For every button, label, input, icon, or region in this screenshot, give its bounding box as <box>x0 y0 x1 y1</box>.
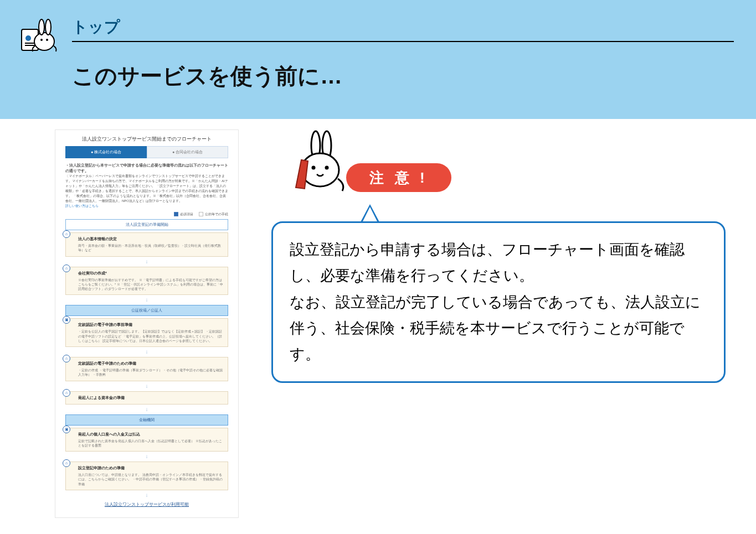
section-start: 法人設立登記の準備開始 <box>65 219 228 230</box>
step-7: ⌂ 設立登記申請のための準備 法人口座については、申請後となります。 法務局申請… <box>65 462 228 490</box>
svg-point-8 <box>46 39 48 41</box>
step-2-title: 会社実印の作成* <box>78 271 224 276</box>
step-5-title: 発起人による資本金の準備 <box>78 395 224 401</box>
step-2-body: ※会社実印の事前準備がおすすめです。 ※「電子証明書」による手続も可能ですがご希… <box>78 278 224 292</box>
page-title: このサービスを使う前に… <box>72 61 342 91</box>
svg-point-12 <box>312 166 316 170</box>
svg-point-6 <box>45 19 51 35</box>
arrow-icon: ↓ <box>55 407 238 412</box>
flowchart-final: 法人設立ワンストップサービスが利用可能 <box>65 501 228 507</box>
svg-point-7 <box>40 39 43 41</box>
flowchart-screenshot: 法人設立ワンストップサービス開始までのフローチャート ● 株式会社の場合 ● 合… <box>55 130 238 517</box>
arrow-icon: ↓ <box>55 492 238 498</box>
step-4: ⌂ 定款認証の電子申請のための準備 ・定款の作成 ・電子証明書の準備（事前ダウン… <box>65 357 228 381</box>
rabbit-mascot-top-icon <box>19 14 64 58</box>
rabbit-mascot-pointing-icon <box>282 130 349 196</box>
home-icon: ⌂ <box>63 230 70 238</box>
home-icon: ⌂ <box>63 355 70 362</box>
step-6-body: 定款で記載された資本金を発起人個人の口座へ入金（払込証明書として必要） ※払込が… <box>78 439 224 448</box>
step-2: ⌂ 会社実印の作成* ※会社実印の事前準備がおすすめです。 ※「電子証明書」によ… <box>65 267 228 295</box>
step-3: ▣ 定款認証の電子申請の事前準備 ・定款を公証人の電子認証で認証します。【定款認… <box>65 318 228 347</box>
step-3-title: 定款認証の電子申請の事前準備 <box>78 322 224 328</box>
svg-rect-3 <box>25 45 35 46</box>
speech-bubble: 設立登記から申請する場合は、フローチャート画面を確認し、必要な準備を行ってくださ… <box>271 221 726 383</box>
step-1: ⌂ 法人の基本情報の決定 商号・資本金の額・事業目的・本店所在地・役員（取締役／… <box>65 232 228 257</box>
top-rule <box>72 41 734 42</box>
legend-public: 公的等での手続 <box>199 212 228 217</box>
flowchart-intro-link: 詳しい使い方はこちら <box>65 204 99 208</box>
top-label-wrap: トップ <box>72 17 734 42</box>
arrow-icon: ↓ <box>55 259 238 265</box>
building-icon: ▣ <box>63 316 70 324</box>
arrow-icon: ↓ <box>55 349 238 355</box>
svg-point-1 <box>25 35 31 41</box>
arrow-icon: ↓ <box>55 297 238 303</box>
top-label: トップ <box>72 17 734 38</box>
flowchart-legend: 必須項目 公的等での手続 <box>65 212 228 217</box>
flowchart-title: 法人設立ワンストップサービス開始までのフローチャート <box>55 130 238 146</box>
step-4-body: ・定款の作成 ・電子証明書の準備（事前ダウンロード） ・その他（電子申請その他に… <box>78 368 224 377</box>
legend-required: 必須項目 <box>174 212 193 217</box>
home-icon: ⌂ <box>63 389 70 397</box>
step-3-body: ・定款を公証人の電子認証で認証します。【定款認証】ではなく【定款作成＋認証】 ・… <box>78 329 224 343</box>
step-7-body: 法人口座については、申請後となります。 法務局申請・オンライン／本手続きを郵送で… <box>78 473 224 486</box>
section-bank: 金融機関 <box>65 414 228 426</box>
svg-rect-2 <box>25 43 35 44</box>
step-4-title: 定款認証の電子申請のための準備 <box>78 361 224 366</box>
flowchart-intro-bold: ・法人設立登記から本サービスで申請する場合に必要な準備等の流れは以下のフローチャ… <box>65 163 228 173</box>
flowchart-intro-body: 〔マイナポータル〕ペーパーレスで提出書類をオンラインでワンストップサービスで申請… <box>65 174 228 203</box>
svg-point-4 <box>34 33 54 50</box>
speech-text: 設立登記から申請する場合は、フローチャート画面を確認し、必要な準備を行ってくださ… <box>290 241 701 362</box>
arrow-icon: ↓ <box>55 454 238 459</box>
flowchart-intro: ・法人設立登記から本サービスで申請する場合に必要な準備等の流れは以下のフローチャ… <box>65 163 228 209</box>
arrow-icon: ↓ <box>55 383 238 389</box>
svg-point-5 <box>39 19 44 35</box>
step-1-body: 商号・資本金の額・事業目的・本店所在地・役員（取締役／監査役）・設立時社員（発行… <box>78 243 224 253</box>
step-1-title: 法人の基本情報の決定 <box>78 236 224 242</box>
tab-kabushiki: ● 株式会社の場合 <box>65 146 147 158</box>
step-7-title: 設立登記申請のための準備 <box>78 465 224 471</box>
step-6: ▣ 発起人の個人口座への入金又は払込 定款で記載された資本金を発起人個人の口座へ… <box>65 428 228 452</box>
svg-point-13 <box>325 166 329 170</box>
warning-badge: 注 意 ! <box>346 163 451 192</box>
tab-godo: ● 合同会社の場合 <box>147 146 228 158</box>
flowchart-tabs: ● 株式会社の場合 ● 合同会社の場合 <box>65 146 228 158</box>
step-5: ⌂ 発起人による資本金の準備 <box>65 391 228 405</box>
section-notary: 公証役場／公証人 <box>65 305 228 316</box>
home-icon: ⌂ <box>63 265 70 272</box>
home-icon: ⌂ <box>63 459 70 467</box>
building-icon: ▣ <box>63 426 70 433</box>
step-6-title: 発起人の個人口座への入金又は払込 <box>78 432 224 437</box>
